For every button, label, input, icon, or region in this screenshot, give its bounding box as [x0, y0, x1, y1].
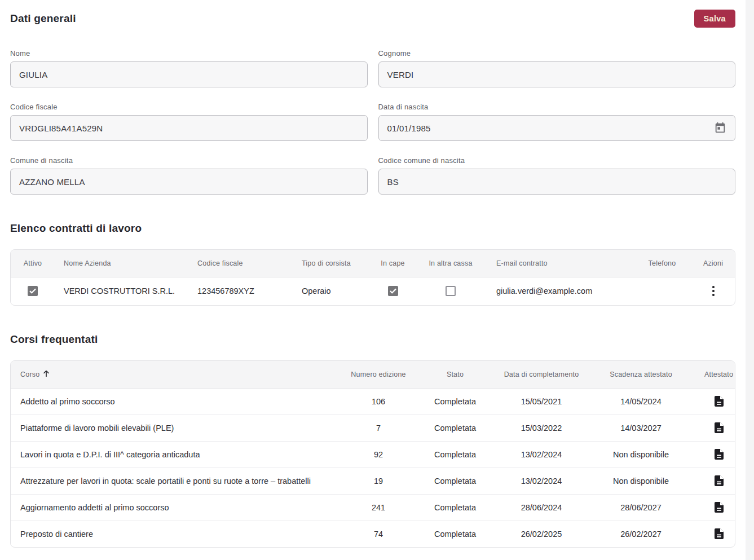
course-scadenza: Non disponibile [580, 468, 702, 494]
field-codice-comune-di-nascita: Codice comune di nascita BS [378, 156, 736, 195]
field-comune-di-nascita: Comune di nascita AZZANO MELLA [10, 156, 368, 195]
codice-fiscale-input[interactable]: VRDGLI85A41A529N [10, 115, 368, 141]
col-corso-label: Corso [20, 371, 39, 378]
course-scadenza: 14/05/2024 [580, 388, 702, 415]
course-stato: Completata [408, 521, 502, 547]
codice-comune-di-nascita-label: Codice comune di nascita [378, 156, 736, 165]
arrow-up-icon [43, 370, 50, 379]
course-name: Aggiornamento addetti al primo soccorso [11, 494, 349, 521]
course-stato: Completata [408, 415, 502, 441]
course-data-completamento: 15/05/2021 [502, 388, 580, 415]
save-button[interactable]: Salva [694, 10, 735, 28]
col-data-di-completamento[interactable]: Data di completamento [502, 361, 580, 388]
course-row: Aggiornamento addetti al primo soccorso … [11, 494, 735, 521]
general-data-form: Nome GIULIA Cognome VERDI Codice fiscale… [10, 49, 735, 195]
courses-header-row: Corso Numero edizione Stato Data di comp… [11, 361, 735, 388]
course-row: Attrezzature per lavori in quota: scale … [11, 468, 735, 494]
course-scadenza: 26/02/2027 [580, 521, 702, 547]
course-stato: Completata [408, 388, 502, 415]
course-name: Preposto di cantiere [11, 521, 349, 547]
nome-value: GIULIA [19, 70, 47, 80]
contract-codice-fiscale: 123456789XYZ [188, 277, 293, 305]
calendar-icon[interactable] [714, 122, 726, 134]
nome-label: Nome [10, 49, 368, 58]
col-attivo: Attivo [11, 250, 55, 277]
document-icon[interactable] [715, 422, 724, 433]
courses-section-title: Corsi frequentati [10, 333, 735, 346]
contract-row: VERDI COSTRUTTORI S.R.L. 123456789XYZ Op… [11, 277, 735, 305]
col-in-cape: In cape [372, 250, 414, 277]
course-row: Addetto al primo soccorso 106 Completata… [11, 388, 735, 415]
field-data-di-nascita: Data di nascita 01/01/1985 [378, 103, 736, 141]
course-row: Piattaforme di lavoro mobili elevabili (… [11, 415, 735, 441]
contract-tipo-di-corsista: Operaio [293, 277, 372, 305]
course-name: Lavori in quota e D.P.I. di III^ categor… [11, 441, 349, 468]
col-telefono: Telefono [634, 250, 690, 277]
course-data-completamento: 26/02/2025 [502, 521, 580, 547]
in-altra-cassa-checkbox[interactable] [446, 286, 456, 296]
course-edizione: 7 [349, 415, 408, 441]
course-edizione: 74 [349, 521, 408, 547]
page-title: Dati generali [10, 12, 76, 25]
data-di-nascita-label: Data di nascita [378, 103, 736, 111]
course-scadenza: 28/06/2027 [580, 494, 702, 521]
cognome-input[interactable]: VERDI [378, 61, 736, 87]
course-row: Preposto di cantiere 74 Completata 26/02… [11, 521, 735, 547]
document-icon[interactable] [715, 396, 724, 407]
contract-telefono [634, 277, 690, 305]
field-codice-fiscale: Codice fiscale VRDGLI85A41A529N [10, 103, 368, 141]
cognome-value: VERDI [387, 70, 414, 80]
col-in-altra-cassa: In altra cassa [414, 250, 487, 277]
codice-fiscale-label: Codice fiscale [10, 103, 368, 111]
col-corso[interactable]: Corso [11, 361, 349, 388]
data-di-nascita-value: 01/01/1985 [387, 124, 431, 133]
course-stato: Completata [408, 494, 502, 521]
nome-input[interactable]: GIULIA [10, 61, 368, 87]
codice-fiscale-value: VRDGLI85A41A529N [19, 124, 103, 133]
col-stato[interactable]: Stato [408, 361, 502, 388]
course-stato: Completata [408, 441, 502, 468]
course-data-completamento: 13/02/2024 [502, 441, 580, 468]
kebab-menu-icon[interactable] [712, 285, 715, 297]
course-edizione: 106 [349, 388, 408, 415]
contracts-section-title: Elenco contratti di lavoro [10, 222, 735, 235]
comune-di-nascita-input[interactable]: AZZANO MELLA [10, 169, 368, 195]
col-nome-azienda: Nome Azienda [55, 250, 188, 277]
courses-table: Corso Numero edizione Stato Data di comp… [10, 360, 735, 548]
course-stato: Completata [408, 468, 502, 494]
col-numero-edizione[interactable]: Numero edizione [349, 361, 408, 388]
col-tipo-di-corsista: Tipo di corsista [293, 250, 372, 277]
course-name: Piattaforme di lavoro mobili elevabili (… [11, 415, 349, 441]
course-name: Addetto al primo soccorso [11, 388, 349, 415]
field-nome: Nome GIULIA [10, 49, 368, 87]
comune-di-nascita-value: AZZANO MELLA [19, 177, 85, 187]
course-edizione: 92 [349, 441, 408, 468]
course-scadenza: 14/03/2027 [580, 415, 702, 441]
in-cape-checkbox[interactable] [388, 286, 398, 296]
course-data-completamento: 28/06/2024 [502, 494, 580, 521]
document-icon[interactable] [715, 475, 724, 486]
main-content: Dati generali Salva Nome GIULIA Cognome … [10, 0, 735, 548]
col-email-contratto: E-mail contratto [487, 250, 634, 277]
contract-email: giulia.verdi@example.com [487, 277, 634, 305]
course-scadenza: Non disponibile [580, 441, 702, 468]
comune-di-nascita-label: Comune di nascita [10, 156, 368, 165]
course-edizione: 19 [349, 468, 408, 494]
course-edizione: 241 [349, 494, 408, 521]
col-scadenza-attestato[interactable]: Scadenza attestato [580, 361, 702, 388]
data-di-nascita-input[interactable]: 01/01/1985 [378, 115, 736, 141]
attivo-checkbox[interactable] [28, 286, 38, 296]
codice-comune-di-nascita-input[interactable]: BS [378, 169, 736, 195]
document-icon[interactable] [715, 502, 724, 513]
scrollbar[interactable] [746, 0, 754, 560]
course-data-completamento: 13/02/2024 [502, 468, 580, 494]
cognome-label: Cognome [378, 49, 736, 58]
col-attestato: Attestato [702, 361, 735, 388]
contracts-table: Attivo Nome Azienda Codice fiscale Tipo … [10, 249, 735, 306]
field-cognome: Cognome VERDI [378, 49, 736, 87]
course-name: Attrezzature per lavori in quota: scale … [11, 468, 349, 494]
document-icon[interactable] [715, 449, 724, 460]
contract-nome-azienda: VERDI COSTRUTTORI S.R.L. [55, 277, 188, 305]
document-icon[interactable] [715, 528, 724, 539]
course-row: Lavori in quota e D.P.I. di III^ categor… [11, 441, 735, 468]
